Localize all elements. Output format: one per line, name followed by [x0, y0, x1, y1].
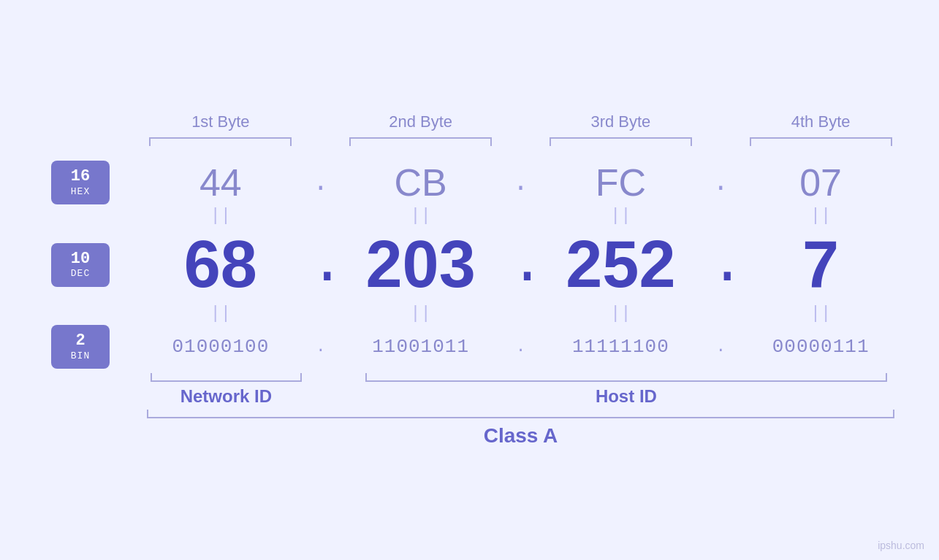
byte3-header: 3rd Byte	[590, 112, 650, 131]
byte-headers-row: 1st Byte 2nd Byte 3rd Byte 4th Byte	[29, 112, 910, 146]
byte3-bracket-top	[550, 137, 692, 146]
hex-dot3: .	[710, 168, 731, 198]
bin-b3-cell: 11111100	[532, 336, 710, 358]
host-id-label: Host ID	[596, 386, 657, 407]
equals-row-2: || || || ||	[29, 302, 910, 325]
bin-b4-value: 00000111	[772, 336, 870, 358]
hex-badge: 16 HEX	[51, 161, 110, 204]
hex-b3-value: FC	[596, 161, 646, 204]
bin-badge-num: 2	[75, 332, 85, 350]
dec-dot1: .	[310, 231, 332, 298]
dec-b2-value: 203	[366, 227, 476, 302]
dec-b3-cell: 252	[532, 227, 710, 302]
eq2-b4: ||	[731, 302, 910, 325]
bin-b2-value: 11001011	[372, 336, 469, 358]
bin-b4-cell: 00000111	[731, 336, 910, 358]
hex-b4-value: 07	[799, 161, 842, 204]
bin-b1-cell: 01000100	[132, 336, 310, 358]
dec-badge-num: 10	[71, 250, 90, 268]
bin-badge: 2 BIN	[51, 325, 110, 369]
bottom-spacer	[29, 373, 132, 407]
eq2-b2: ||	[332, 302, 510, 325]
bin-label-container: 2 BIN	[29, 325, 132, 369]
byte4-bracket-top	[750, 137, 892, 146]
byte1-col-header: 1st Byte	[132, 112, 310, 146]
dec-b4-cell: 7	[731, 227, 910, 302]
byte3-col-header: 3rd Byte	[532, 112, 710, 146]
header-spacer	[29, 112, 132, 146]
bin-dot2: .	[510, 338, 532, 356]
bin-dot1: .	[310, 338, 332, 356]
class-label: Class A	[484, 424, 558, 448]
dot-sep-h2	[510, 112, 532, 146]
class-bracket-container: Class A	[132, 410, 910, 448]
id-brackets-row: Network ID Host ID	[29, 373, 910, 407]
class-spacer	[29, 410, 132, 448]
bin-b3-value: 11111100	[572, 336, 669, 358]
dec-badge-base: DEC	[71, 268, 90, 279]
byte2-header: 2nd Byte	[389, 112, 452, 131]
dot-sep-h1	[310, 112, 332, 146]
watermark: ipshu.com	[878, 540, 924, 551]
network-id-label: Network ID	[180, 386, 272, 407]
dec-b1-value: 68	[184, 227, 257, 302]
dec-dot2: .	[510, 231, 532, 298]
hex-b1-value: 44	[199, 161, 242, 204]
bin-row: 2 BIN 01000100 . 11001011 . 11111100 . 0…	[29, 325, 910, 369]
dot-sep-h3	[710, 112, 731, 146]
eq2-b3: ||	[532, 302, 710, 325]
byte4-header: 4th Byte	[791, 112, 851, 131]
eq1-b2: ||	[332, 204, 510, 227]
hex-dot1: .	[310, 168, 332, 198]
eq2-b1: ||	[132, 302, 310, 325]
dec-b1-cell: 68	[132, 227, 310, 302]
dec-dot3: .	[710, 231, 731, 298]
byte2-bracket-top	[349, 137, 492, 146]
eq1-b3: ||	[532, 204, 710, 227]
byte1-header: 1st Byte	[191, 112, 249, 131]
equals-row-1: || || || ||	[29, 204, 910, 227]
bin-b2-cell: 11001011	[332, 336, 510, 358]
class-row: Class A	[29, 410, 910, 448]
byte4-col-header: 4th Byte	[731, 112, 910, 146]
hex-row: 16 HEX 44 . CB . FC . 07	[29, 161, 910, 204]
byte2-col-header: 2nd Byte	[332, 112, 510, 146]
bin-dot3: .	[710, 338, 731, 356]
dec-b4-value: 7	[802, 227, 839, 302]
hex-b2-value: CB	[395, 161, 447, 204]
hex-b1-cell: 44	[132, 161, 310, 204]
main-container: 1st Byte 2nd Byte 3rd Byte 4th Byte 16 H…	[0, 0, 939, 560]
hex-b2-cell: CB	[332, 161, 510, 204]
dec-b3-value: 252	[566, 227, 675, 302]
bin-b1-value: 01000100	[172, 336, 269, 358]
dec-b2-cell: 203	[332, 227, 510, 302]
hex-b4-cell: 07	[731, 161, 910, 204]
network-id-bracket: Network ID	[132, 373, 321, 407]
hex-badge-base: HEX	[71, 186, 90, 197]
bracket-dot-sep	[321, 373, 343, 407]
dec-row: 10 DEC 68 . 203 . 252 . 7	[29, 227, 910, 302]
eq1-b4: ||	[731, 204, 910, 227]
bin-badge-base: BIN	[71, 350, 90, 361]
hex-badge-num: 16	[71, 168, 90, 185]
hex-label-container: 16 HEX	[29, 161, 132, 204]
class-bracket	[147, 410, 894, 418]
eq1-b1: ||	[132, 204, 310, 227]
dec-label-container: 10 DEC	[29, 243, 132, 287]
host-bracket-bottom	[365, 373, 887, 382]
byte1-bracket-top	[149, 137, 292, 146]
hex-dot2: .	[510, 168, 532, 198]
network-bracket-bottom	[151, 373, 302, 382]
host-id-bracket: Host ID	[343, 373, 910, 407]
hex-b3-cell: FC	[532, 161, 710, 204]
dec-badge: 10 DEC	[51, 243, 110, 287]
